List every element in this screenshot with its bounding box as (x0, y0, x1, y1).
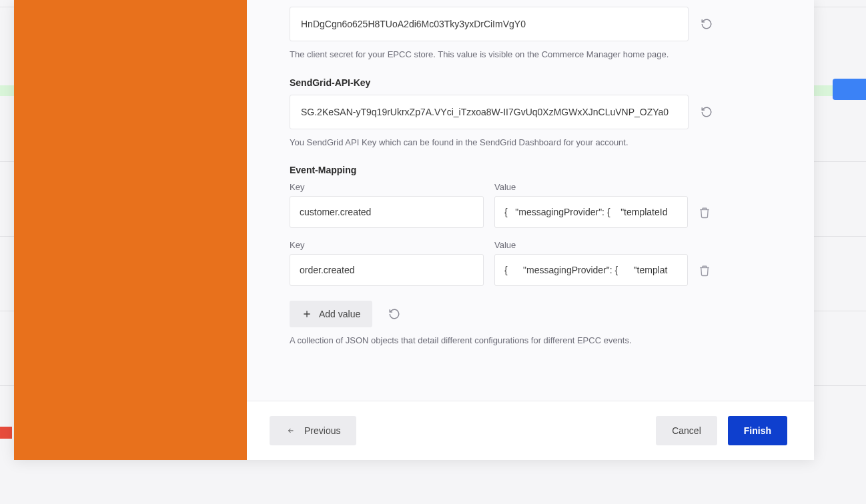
kv-value-label: Value (494, 240, 688, 250)
modal-footer: Previous Cancel Finish (247, 401, 814, 460)
kv-key-label: Key (290, 240, 484, 250)
field-event-mapping: Event-Mapping Key Value (290, 165, 771, 347)
modal-sidebar (14, 0, 247, 460)
plus-icon (302, 309, 312, 319)
cancel-label: Cancel (672, 425, 701, 436)
event-mapping-key-input[interactable] (290, 254, 484, 286)
event-mapping-key-input[interactable] (290, 196, 484, 228)
field-client-secret: The client secret for your EPCC store. T… (290, 7, 771, 61)
event-mapping-helper: A collection of JSON objects that detail… (290, 334, 771, 347)
sendgrid-api-key-helper: You SendGrid API Key which can be found … (290, 136, 771, 149)
field-sendgrid-api-key: SendGrid-API-Key You SendGrid API Key wh… (290, 77, 771, 149)
add-value-label: Add value (319, 309, 360, 319)
arrow-left-icon (286, 427, 296, 435)
finish-label: Finish (744, 425, 771, 436)
sendgrid-api-key-input[interactable] (290, 95, 689, 129)
event-mapping-label: Event-Mapping (290, 165, 771, 175)
previous-button[interactable]: Previous (270, 416, 356, 445)
add-value-button[interactable]: Add value (290, 301, 372, 327)
event-mapping-value-input[interactable] (494, 196, 688, 228)
revert-icon[interactable] (388, 308, 400, 320)
bg-decoration (0, 427, 12, 439)
event-mapping-row: Key Value (290, 182, 771, 228)
modal-content: The client secret for your EPCC store. T… (247, 0, 814, 401)
trash-icon[interactable] (699, 206, 711, 219)
modal-main: The client secret for your EPCC store. T… (247, 0, 814, 460)
previous-label: Previous (304, 425, 340, 436)
kv-key-label: Key (290, 182, 484, 192)
revert-icon[interactable] (701, 106, 713, 118)
configuration-modal: The client secret for your EPCC store. T… (14, 0, 814, 460)
event-mapping-row: Key Value (290, 240, 771, 286)
trash-icon[interactable] (699, 264, 711, 277)
revert-icon[interactable] (701, 18, 713, 30)
bg-decoration (833, 79, 866, 100)
finish-button[interactable]: Finish (728, 416, 787, 445)
event-mapping-value-input[interactable] (494, 254, 688, 286)
cancel-button[interactable]: Cancel (656, 416, 717, 445)
client-secret-helper: The client secret for your EPCC store. T… (290, 48, 771, 61)
client-secret-input[interactable] (290, 7, 689, 41)
kv-value-label: Value (494, 182, 688, 192)
sendgrid-api-key-label: SendGrid-API-Key (290, 77, 771, 88)
